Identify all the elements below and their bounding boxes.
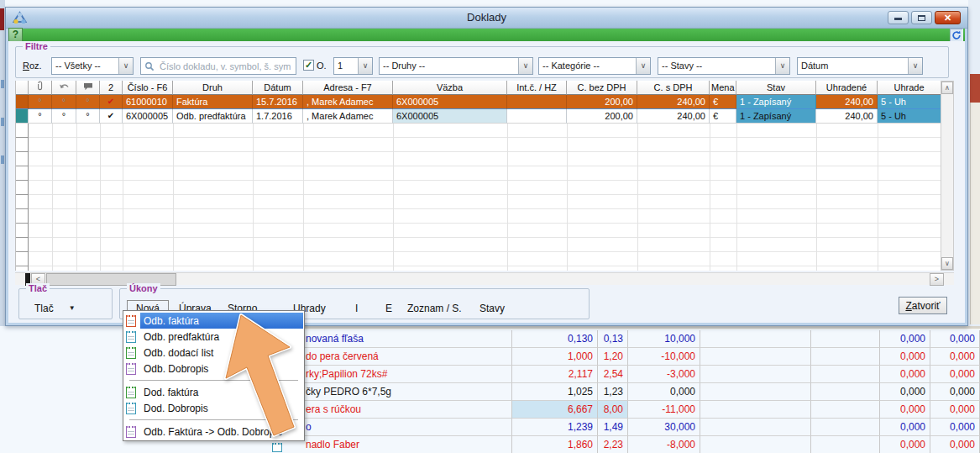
minimize-button[interactable] [888, 11, 909, 24]
table-row[interactable]: novaná fľaša 0,130 0,13 10,000 0,000 0,0… [296, 330, 980, 348]
column-header-adresa[interactable]: Adresa - F7 [303, 81, 393, 95]
filters-group: Filtre Roz. -- Všetky -- ∨ ✓ O. 1 [15, 46, 949, 78]
chevron-down-icon[interactable]: ∨ [775, 58, 789, 74]
states-button[interactable]: Stavy [476, 300, 508, 316]
grid-line [393, 124, 394, 271]
qty-cell: 1,025 [512, 383, 598, 401]
chevron-down-icon[interactable]: ∨ [518, 58, 532, 74]
value-cell: 0,000 [880, 383, 930, 401]
scroll-up-button[interactable]: ∧ [941, 82, 953, 94]
mena-cell: € [710, 109, 736, 124]
table-row[interactable]: nadlo Faber 1,860 2,23 -8,000 0,000 0,00… [296, 436, 980, 453]
edge-grip [1, 118, 4, 126]
price-cell: 1,23 [598, 383, 628, 401]
column-header-cbez[interactable]: C. bez DPH [567, 81, 637, 95]
grid-line [736, 124, 737, 271]
table-row[interactable]: čky PEDRO 6*7,5g 1,025 1,23 0,000 0,000 … [296, 383, 980, 401]
table-row[interactable]: era s rúčkou 6,667 8,00 -11,000 0,000 0,… [296, 401, 980, 419]
rozsah-select[interactable]: -- Všetky -- ∨ [51, 57, 134, 75]
column-header-stav[interactable]: Stav [736, 81, 816, 95]
count-select[interactable]: 1 ∨ [333, 57, 373, 75]
cbez-cell: 200,00 [567, 95, 637, 109]
comment-column-header[interactable] [76, 81, 100, 95]
value-cell: 0,000 [930, 436, 980, 453]
empty-grid-area [16, 124, 941, 271]
kategorie-select[interactable]: -- Kategórie -- ∨ [538, 57, 651, 75]
column-header-csdph[interactable]: C. s DPH [637, 81, 710, 95]
druhy-select[interactable]: -- Druhy -- ∨ [379, 57, 533, 75]
list-button[interactable]: Zoznam / S. [404, 300, 465, 316]
proforma-icon [126, 331, 136, 343]
druh-cell: Odb. predfaktúra [173, 109, 253, 124]
search-input[interactable] [158, 61, 292, 72]
scroll-left-icon: < [36, 275, 40, 283]
datum-select[interactable]: Dátum ∨ [797, 57, 923, 75]
table-row[interactable]: o 1,239 1,49 30,000 0,000 0,000 [296, 419, 980, 436]
empty-row-selectors [16, 124, 29, 271]
grid-line [710, 124, 710, 271]
chevron-down-icon[interactable]: ∨ [358, 58, 372, 74]
cislo-cell: 6X000005 [123, 109, 173, 124]
column-header-uhradene[interactable]: Uhradené [816, 81, 878, 95]
attachment-column-header[interactable] [29, 81, 52, 95]
kategorie-value: -- Kategórie -- [539, 58, 636, 74]
stavy-select[interactable]: -- Stavy -- ∨ [658, 57, 790, 75]
speech-bubble-icon [83, 82, 93, 91]
import-button-label: I [355, 303, 358, 314]
refresh-button[interactable] [950, 29, 963, 42]
title-bar[interactable]: Doklady ✕ [6, 8, 967, 29]
chevron-down-icon[interactable]: ∨ [908, 58, 922, 74]
status-bar: ? [8, 29, 965, 41]
qty-cell: 1,239 [512, 419, 598, 436]
row-selector[interactable] [16, 95, 29, 109]
mena-cell: € [710, 95, 736, 109]
search-box[interactable] [140, 57, 296, 75]
scroll-right-button[interactable]: > [930, 273, 944, 286]
rozsah-label: Roz. [23, 61, 42, 71]
print-button[interactable]: Tlač ▼ [31, 300, 79, 316]
column-header-mena[interactable]: Mena [710, 81, 736, 95]
table-row-selected[interactable]: ° ° ° ✔ 61000010 Faktúra 15.7.2016 , Mar… [16, 95, 941, 109]
pct-cell: 10,000 [628, 330, 700, 348]
table-row[interactable]: rky;Papilion 72ks# 2,117 2,54 -3,000 0,0… [296, 366, 980, 383]
scroll-down-button[interactable]: ∨ [941, 257, 953, 270]
export-button[interactable]: E [382, 300, 396, 316]
states-button-label: Stavy [480, 303, 505, 314]
column-header-datum[interactable]: Dátum [253, 81, 303, 95]
price-cell: 0,13 [598, 330, 628, 348]
rozsah-value: -- Všetky -- [52, 58, 118, 74]
refresh-icon [951, 30, 962, 40]
column-header-cislo[interactable]: Číslo - F6 [123, 81, 173, 95]
pct-cell: 0,000 [628, 383, 700, 401]
pct-cell: -8,000 [628, 436, 700, 453]
csdph-cell: 240,00 [637, 109, 710, 124]
table-row[interactable]: ° ° ° ✔ 6X000005 Odb. predfaktúra 1.7.20… [16, 109, 941, 124]
druhy-value: -- Druhy -- [380, 58, 518, 74]
column-header-intc[interactable]: Int.č. / HZ [507, 81, 567, 95]
o-checkbox[interactable]: ✓ [303, 60, 314, 71]
column-header-2[interactable]: 2 [100, 81, 123, 95]
column-header-uhrade2[interactable]: Uhrade [878, 81, 941, 95]
chevron-down-icon[interactable]: ∨ [636, 58, 650, 74]
empty-cell [700, 330, 811, 348]
close-button[interactable]: ✕ [935, 11, 961, 24]
scroll-right-icon: > [935, 275, 939, 283]
check-icon: ✔ [100, 109, 123, 124]
background-red-edge [0, 8, 4, 30]
empty-cell [811, 419, 880, 436]
maximize-button[interactable] [911, 11, 932, 24]
row-selector[interactable] [16, 109, 29, 124]
column-header-vazba[interactable]: Väzba [393, 81, 507, 95]
list-button-label: Zoznam / S. [407, 303, 462, 314]
grid-line [253, 124, 254, 271]
value-cell: 0,000 [880, 366, 930, 383]
undo-column-header[interactable] [52, 81, 76, 95]
import-button[interactable]: I [352, 300, 361, 316]
chevron-down-icon[interactable]: ∨ [118, 58, 133, 74]
close-icon: ✕ [944, 13, 951, 23]
table-row[interactable]: do pera červená 1,000 1,20 -10,000 0,000… [296, 348, 980, 366]
column-header-druh[interactable]: Druh [173, 81, 253, 95]
close-window-button[interactable]: Zatvoriť [899, 297, 947, 314]
vertical-scrollbar[interactable]: ∧ ∨ [941, 81, 954, 271]
help-button[interactable]: ? [8, 28, 23, 42]
